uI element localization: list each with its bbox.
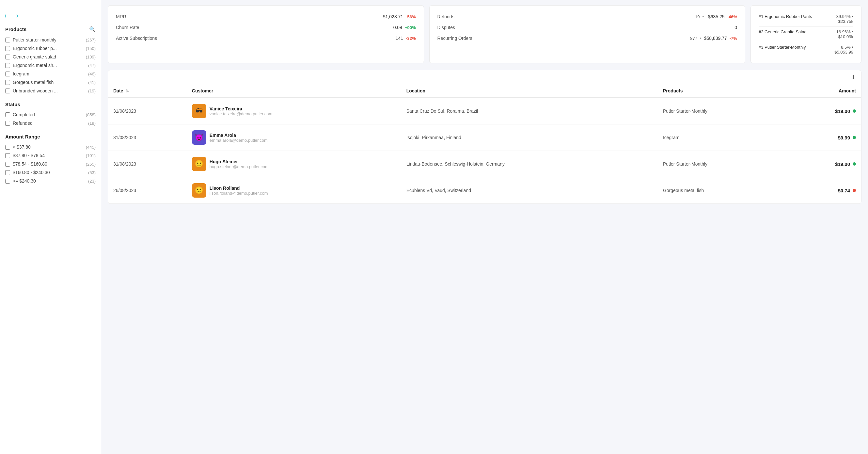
- filter-checkbox[interactable]: [5, 145, 10, 150]
- status-dot: [852, 110, 856, 113]
- filter-section-title: Amount Range: [5, 134, 40, 140]
- filter-count: (53): [88, 170, 96, 175]
- customer-email: vanice.teixeira@demo.putler.com: [210, 111, 272, 116]
- amount-value: $0.74: [838, 188, 850, 193]
- filter-section-header: Products🔍: [5, 26, 96, 32]
- filter-count: (445): [86, 145, 96, 150]
- stat-value: $58,839.77: [704, 36, 727, 41]
- filter-checkbox[interactable]: [5, 37, 10, 42]
- filter-section-status: StatusCompleted(858)Refunded(19): [5, 101, 96, 127]
- amount-value: $19.00: [835, 161, 850, 167]
- filter-count: (150): [86, 46, 96, 51]
- filter-count: (46): [88, 71, 96, 77]
- customer-email: emma.arola@demo.putler.com: [210, 138, 268, 143]
- filter-checkbox[interactable]: [5, 80, 10, 85]
- filter-checkbox[interactable]: [5, 162, 10, 167]
- filter-item: Icegram(46): [5, 69, 96, 78]
- filter-checkbox[interactable]: [5, 170, 10, 175]
- amount-cell: $9.99: [787, 124, 861, 151]
- filter-section-products: Products🔍Putler starter-monthly(267)Ergo…: [5, 26, 96, 95]
- stat-label: Recurring Orders: [437, 36, 472, 41]
- filter-count: (101): [86, 153, 96, 158]
- filter-checkbox[interactable]: [5, 46, 10, 51]
- stat-label: Refunds: [437, 14, 455, 19]
- sidebar: Products🔍Putler starter-monthly(267)Ergo…: [0, 0, 101, 454]
- avatar: 😐: [192, 157, 206, 171]
- filter-label: Gorgeous metal fish: [13, 80, 54, 85]
- customer-cell: 😕Lison Rollandlison.rolland@demo.putler.…: [187, 177, 401, 204]
- filter-section-title: Products: [5, 26, 26, 32]
- download-button[interactable]: ⬇: [851, 73, 856, 81]
- filter-count: (267): [86, 37, 96, 42]
- product-cell: Gorgeous metal fish: [658, 177, 787, 204]
- table-header-products: Products: [658, 84, 787, 98]
- product-rank-item: #3 Putler Starter-Monthly8.5% •$5,053.99: [758, 42, 853, 57]
- amount-value: $19.00: [835, 109, 850, 114]
- filter-checkbox[interactable]: [5, 121, 10, 126]
- stat-badge: -56%: [406, 14, 415, 19]
- filter-checkbox[interactable]: [5, 63, 10, 68]
- filter-item: Unbranded wooden ...(19): [5, 87, 96, 95]
- stats-row: MRR$1,028.71-56%Churn Rate0.09+90%Active…: [108, 5, 862, 63]
- date-cell: 31/08/2023: [108, 98, 187, 124]
- table-row[interactable]: 26/08/2023😕Lison Rollandlison.rolland@de…: [108, 177, 861, 204]
- amount-value: $9.99: [838, 135, 850, 141]
- main-content: MRR$1,028.71-56%Churn Rate0.09+90%Active…: [101, 0, 868, 454]
- stat-label: Churn Rate: [116, 25, 140, 30]
- filter-section-title: Status: [5, 101, 20, 107]
- avatar: 😈: [192, 130, 206, 145]
- filter-label: Completed: [13, 112, 35, 117]
- filter-label: Putler starter-monthly: [13, 37, 57, 42]
- filter-checkbox[interactable]: [5, 55, 10, 59]
- filter-checkbox[interactable]: [5, 71, 10, 77]
- product-rank-name: #1 Ergonomic Rubber Pants: [758, 14, 812, 19]
- add-filter-button[interactable]: [5, 14, 18, 18]
- product-cell: Icegram: [658, 124, 787, 151]
- filter-count: (41): [88, 80, 96, 85]
- filter-checkbox[interactable]: [5, 153, 10, 158]
- sort-icon: ⇅: [126, 89, 129, 93]
- stat-value: 0: [735, 25, 737, 30]
- filter-item: Generic granite salad(109): [5, 53, 96, 61]
- table-header-customer: Customer: [187, 84, 401, 98]
- search-icon[interactable]: 🔍: [89, 26, 96, 32]
- filter-count: (109): [86, 55, 96, 59]
- transactions-table-section: ⬇ Date ⇅CustomerLocationProductsAmount 3…: [108, 70, 862, 204]
- customer-email: hugo.steiner@demo.putler.com: [210, 164, 269, 169]
- filter-item: < $37.80(445): [5, 143, 96, 151]
- product-rank-name: #3 Putler Starter-Monthly: [758, 45, 806, 50]
- customer-name: Emma Arola: [210, 132, 268, 138]
- product-rank-item: #1 Ergonomic Rubber Pants39.94% •$23.75k: [758, 11, 853, 27]
- table-row[interactable]: 31/08/2023🕶Vanice Teixeiravanice.teixeir…: [108, 98, 861, 124]
- stats-card-1: MRR$1,028.71-56%Churn Rate0.09+90%Active…: [108, 5, 424, 63]
- filter-checkbox[interactable]: [5, 179, 10, 184]
- date-cell: 31/08/2023: [108, 151, 187, 177]
- stats-card-2: Refunds19•-$635.25-46%Disputes0Recurring…: [429, 5, 746, 63]
- table-toolbar: ⬇: [108, 70, 861, 84]
- stat-badge: -46%: [727, 14, 737, 19]
- product-rank-stats: 8.5% •$5,053.99: [834, 45, 853, 55]
- table-header-date[interactable]: Date ⇅: [108, 84, 187, 98]
- table-row[interactable]: 31/08/2023😐Hugo Steinerhugo.steiner@demo…: [108, 151, 861, 177]
- table-row[interactable]: 31/08/2023😈Emma Arolaemma.arola@demo.put…: [108, 124, 861, 151]
- filter-count: (19): [88, 121, 96, 126]
- transactions-table: Date ⇅CustomerLocationProductsAmount 31/…: [108, 84, 861, 204]
- stat-value: 0.09: [393, 25, 402, 30]
- stat-label: MRR: [116, 14, 126, 19]
- filter-count: (858): [86, 112, 96, 117]
- table-header-location: Location: [401, 84, 658, 98]
- filter-checkbox[interactable]: [5, 89, 10, 93]
- filter-item: Ergonomic rubber p...(150): [5, 44, 96, 53]
- location-cell: Lindau-Bodensee, Schleswig-Holstein, Ger…: [401, 151, 658, 177]
- filter-checkbox[interactable]: [5, 112, 10, 117]
- amount-cell: $19.00: [787, 98, 861, 124]
- filter-item: >= $240.30(23): [5, 177, 96, 185]
- customer-name: Vanice Teixeira: [210, 106, 272, 111]
- stat-label: Disputes: [437, 25, 455, 30]
- avatar: 😕: [192, 183, 206, 198]
- product-rank-item: #2 Generic Granite Salad16.96% •$10.09k: [758, 27, 853, 42]
- stat-value: 141: [396, 36, 403, 41]
- stat-badge: -32%: [406, 36, 415, 41]
- stat-row: Recurring Orders877•$58,839.77-7%: [437, 33, 737, 43]
- stat-row: Disputes0: [437, 22, 737, 33]
